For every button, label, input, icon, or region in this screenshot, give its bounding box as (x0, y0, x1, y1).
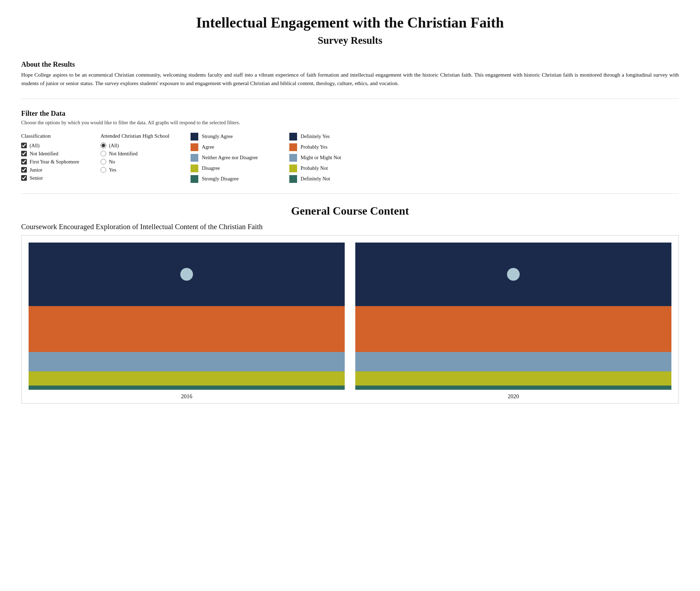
swatch-strongly-disagree (191, 175, 198, 183)
filter-label-senior: Senior (30, 175, 43, 181)
filter-grid: Classification (All) Not Identified Firs… (21, 133, 679, 183)
yes-legend-col: Definitely Yes Probably Yes Might or Mig… (289, 133, 367, 183)
stacked-bar-2020 (355, 243, 671, 390)
checkbox-not-identified[interactable] (21, 151, 27, 156)
swatch-neither (191, 154, 198, 162)
dot-2020 (507, 268, 520, 281)
label-agree: Agree (202, 144, 214, 150)
segment-2016-strongly-agree (29, 243, 345, 306)
radio-all[interactable] (101, 143, 106, 148)
radio-label-no: No (109, 159, 115, 165)
filter-subtitle: Choose the options by which you would li… (21, 120, 679, 126)
swatch-definitely-not (289, 175, 297, 183)
radio-item-not-identified[interactable]: Not Identified (101, 151, 169, 157)
swatch-strongly-agree (191, 133, 198, 141)
segment-2016-agree (29, 306, 345, 352)
segment-2016-strongly-disagree (29, 386, 345, 390)
radio-item-yes[interactable]: Yes (101, 167, 169, 173)
segment-2016-neither (29, 352, 345, 371)
filter-item-junior[interactable]: Junior (21, 167, 79, 173)
radio-label-not-identified: Not Identified (109, 151, 138, 157)
label-might-or-might-not: Might or Might Not (301, 155, 341, 161)
swatch-probably-not (289, 165, 297, 172)
chart-label-2020: 2020 (508, 393, 519, 400)
swatch-probably-yes (289, 143, 297, 151)
legend-neither: Neither Agree nor Disagree (191, 154, 268, 162)
radio-no[interactable] (101, 159, 106, 165)
checkbox-all[interactable] (21, 143, 27, 148)
filter-item-senior[interactable]: Senior (21, 175, 79, 181)
label-neither: Neither Agree nor Disagree (202, 155, 258, 161)
dot-2016 (180, 268, 193, 281)
filter-label-not-identified: Not Identified (30, 151, 58, 157)
label-definitely-yes: Definitely Yes (301, 133, 330, 139)
filter-section: Filter the Data Choose the options by wh… (21, 109, 679, 183)
filter-label-all: (All) (30, 143, 40, 149)
filter-item-all[interactable]: (All) (21, 143, 79, 149)
agree-legend-col: Strongly Agree Agree Neither Agree nor D… (191, 133, 268, 183)
chart-section-title: Coursework Encouraged Exploration of Int… (21, 222, 679, 231)
stacked-bar-2016 (29, 243, 345, 390)
legend-strongly-agree: Strongly Agree (191, 133, 268, 141)
legend-probably-yes: Probably Yes (289, 143, 367, 151)
checkbox-junior[interactable] (21, 167, 27, 173)
segment-2020-neither (355, 352, 671, 371)
legend-disagree: Disagree (191, 165, 268, 172)
legend-probably-not: Probably Not (289, 165, 367, 172)
radio-label-all: (All) (109, 143, 119, 149)
legend-strongly-disagree: Strongly Disagree (191, 175, 268, 183)
christian-hs-col: Attended Christian High School (All) Not… (101, 133, 169, 173)
filter-item-not-identified[interactable]: Not Identified (21, 151, 79, 157)
christian-hs-label: Attended Christian High School (101, 133, 169, 139)
survey-subtitle: Survey Results (21, 35, 679, 46)
radio-yes[interactable] (101, 167, 106, 173)
swatch-might-or-might-not (289, 154, 297, 162)
about-section: About the Results Hope College aspires t… (21, 60, 679, 88)
checkbox-senior[interactable] (21, 175, 27, 181)
charts-container: 2016 2020 (21, 235, 679, 404)
segment-2020-strongly-disagree (355, 386, 671, 390)
radio-item-no[interactable]: No (101, 159, 169, 165)
segment-2016-disagree (29, 371, 345, 386)
swatch-agree (191, 143, 198, 151)
swatch-disagree (191, 165, 198, 172)
segment-2020-disagree (355, 371, 671, 386)
swatch-definitely-yes (289, 133, 297, 141)
label-disagree: Disagree (202, 165, 220, 171)
label-strongly-disagree: Strongly Disagree (202, 176, 239, 182)
about-heading: About the Results (21, 60, 679, 68)
general-course-title: General Course Content (21, 204, 679, 217)
about-text: Hope College aspires to be an ecumenical… (21, 71, 679, 88)
divider-1 (21, 98, 679, 99)
legend-definitely-yes: Definitely Yes (289, 133, 367, 141)
label-strongly-agree: Strongly Agree (202, 133, 233, 139)
legend-might-or-might-not: Might or Might Not (289, 154, 367, 162)
label-probably-yes: Probably Yes (301, 144, 327, 150)
legend-agree: Agree (191, 143, 268, 151)
segment-2020-strongly-agree (355, 243, 671, 306)
classification-col: Classification (All) Not Identified Firs… (21, 133, 79, 181)
chart-label-2016: 2016 (181, 393, 192, 400)
label-definitely-not: Definitely Not (301, 176, 330, 182)
label-probably-not: Probably Not (301, 165, 328, 171)
chart-2020: 2020 (355, 243, 671, 403)
checkbox-first-year[interactable] (21, 159, 27, 165)
radio-label-yes: Yes (109, 167, 116, 173)
filter-item-first-year[interactable]: First Year & Sophomore (21, 159, 79, 165)
chart-2016: 2016 (29, 243, 345, 403)
filter-label-first-year: First Year & Sophomore (30, 159, 79, 165)
legend-definitely-not: Definitely Not (289, 175, 367, 183)
filter-heading: Filter the Data (21, 109, 679, 118)
divider-2 (21, 193, 679, 194)
radio-not-identified[interactable] (101, 151, 106, 156)
filter-label-junior: Junior (30, 167, 42, 173)
segment-2020-agree (355, 306, 671, 352)
classification-label: Classification (21, 133, 79, 139)
main-title: Intellectual Engagement with the Christi… (21, 14, 679, 31)
radio-item-all[interactable]: (All) (101, 143, 169, 149)
